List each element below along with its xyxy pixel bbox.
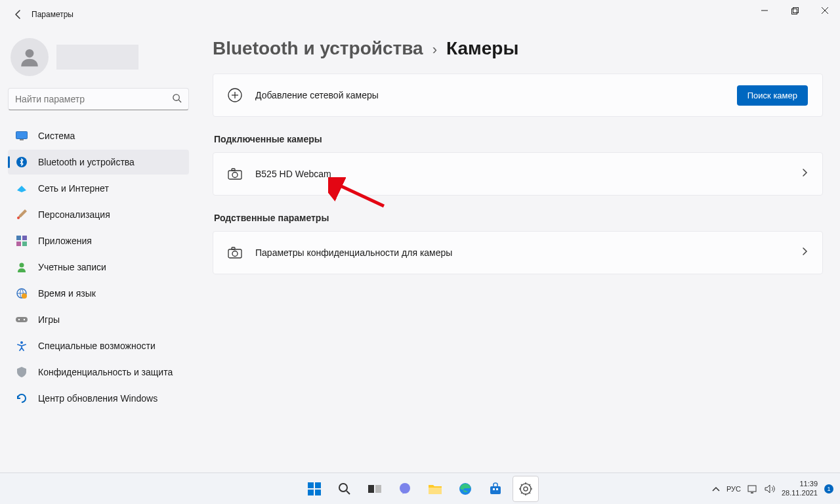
bluetooth-icon xyxy=(16,156,28,168)
sidebar-item-label: Конфиденциальность и защита xyxy=(38,367,173,377)
camera-icon xyxy=(228,167,242,181)
svg-rect-8 xyxy=(16,132,28,139)
sidebar-item-apps[interactable]: Приложения xyxy=(8,228,189,253)
edge-icon xyxy=(459,482,472,495)
related-settings-heading: Родственные параметры xyxy=(214,213,823,223)
shield-icon xyxy=(16,366,28,378)
camera-name: B525 HD Webcam xyxy=(255,169,801,179)
sidebar: Система Bluetooth и устройства Сеть и Ин… xyxy=(0,29,197,412)
titlebar: Параметры xyxy=(0,0,840,29)
taskbar-chat[interactable] xyxy=(392,476,418,502)
accessibility-icon xyxy=(16,340,28,352)
taskbar-search[interactable] xyxy=(331,476,358,502)
taskbar: РУС 11:39 28.11.2021 1 xyxy=(0,472,840,504)
taskbar-settings[interactable] xyxy=(513,476,539,502)
svg-line-7 xyxy=(178,100,181,102)
find-cameras-button[interactable]: Поиск камер xyxy=(737,85,808,106)
tray-clock[interactable]: 11:39 28.11.2021 xyxy=(782,480,818,497)
svg-point-37 xyxy=(339,484,347,492)
svg-rect-19 xyxy=(16,317,28,322)
camera-item[interactable]: B525 HD Webcam xyxy=(213,152,823,196)
search-icon xyxy=(338,482,351,495)
svg-point-48 xyxy=(524,487,528,491)
sidebar-item-network[interactable]: Сеть и Интернет xyxy=(8,176,189,201)
svg-rect-46 xyxy=(496,488,498,490)
svg-rect-57 xyxy=(748,486,756,492)
svg-rect-1 xyxy=(791,9,797,14)
svg-point-6 xyxy=(173,94,179,100)
window-title: Параметры xyxy=(32,10,74,19)
taskbar-store[interactable] xyxy=(482,476,509,502)
back-button[interactable] xyxy=(5,4,32,25)
svg-rect-14 xyxy=(16,242,21,246)
plus-circle-icon xyxy=(228,88,242,102)
svg-line-38 xyxy=(346,491,350,494)
windows-icon xyxy=(307,482,322,496)
chevron-right-icon xyxy=(801,168,808,180)
sidebar-item-accessibility[interactable]: Специальные возможности xyxy=(8,333,189,358)
display-icon xyxy=(16,130,28,142)
arrow-left-icon xyxy=(13,9,24,20)
tray-date: 28.11.2021 xyxy=(782,489,818,497)
taskbar-taskview[interactable] xyxy=(362,476,388,502)
tray-chevron-up-icon[interactable] xyxy=(712,486,720,492)
search-input[interactable] xyxy=(15,94,172,104)
sidebar-item-privacy[interactable]: Конфиденциальность и защита xyxy=(8,360,189,385)
svg-rect-42 xyxy=(429,488,442,494)
gear-icon xyxy=(519,482,532,495)
svg-point-5 xyxy=(26,49,34,58)
svg-rect-44 xyxy=(490,486,501,494)
person-icon xyxy=(18,46,41,68)
sidebar-item-system[interactable]: Система xyxy=(8,123,189,148)
start-button[interactable] xyxy=(301,476,327,502)
sidebar-item-label: Bluetooth и устройства xyxy=(38,157,135,167)
avatar xyxy=(10,38,49,76)
svg-rect-35 xyxy=(308,490,314,495)
maximize-button[interactable] xyxy=(780,0,810,21)
svg-rect-34 xyxy=(315,482,321,488)
add-network-camera-card: Добавление сетевой камеры Поиск камер xyxy=(213,74,823,117)
page-title: Камеры xyxy=(446,38,518,59)
sidebar-item-label: Время и язык xyxy=(38,288,96,299)
sidebar-item-bluetooth[interactable]: Bluetooth и устройства xyxy=(8,150,189,175)
sidebar-item-windows-update[interactable]: Центр обновления Windows xyxy=(8,386,189,411)
svg-rect-45 xyxy=(493,488,495,490)
sidebar-item-label: Сеть и Интернет xyxy=(38,183,109,194)
user-block[interactable] xyxy=(10,38,186,76)
volume-icon[interactable] xyxy=(765,484,775,494)
sidebar-item-gaming[interactable]: Игры xyxy=(8,307,189,332)
breadcrumb-parent[interactable]: Bluetooth и устройства xyxy=(213,38,423,59)
sidebar-item-accounts[interactable]: Учетные записи xyxy=(8,255,189,280)
svg-rect-9 xyxy=(20,139,24,140)
network-icon[interactable] xyxy=(747,484,758,494)
privacy-settings-item[interactable]: Параметры конфиденциальности для камеры xyxy=(213,231,823,274)
close-icon xyxy=(822,7,828,14)
taskbar-edge[interactable] xyxy=(452,476,478,502)
store-icon xyxy=(489,482,502,495)
notification-badge[interactable]: 1 xyxy=(824,484,833,494)
minimize-button[interactable] xyxy=(749,0,780,21)
folder-icon xyxy=(428,483,442,495)
related-setting-label: Параметры конфиденциальности для камеры xyxy=(255,247,801,258)
sidebar-item-label: Игры xyxy=(38,314,60,325)
chat-icon xyxy=(398,482,411,495)
svg-point-11 xyxy=(17,217,20,219)
sidebar-item-time-language[interactable]: Время и язык xyxy=(8,281,189,306)
taskbar-explorer[interactable] xyxy=(422,476,448,502)
camera-icon xyxy=(228,245,242,260)
svg-point-27 xyxy=(232,173,238,178)
svg-rect-31 xyxy=(232,247,235,249)
apps-icon xyxy=(16,235,28,247)
tray-language[interactable]: РУС xyxy=(726,485,741,493)
sidebar-item-label: Приложения xyxy=(38,236,92,246)
gamepad-icon xyxy=(16,314,28,326)
sidebar-item-personalization[interactable]: Персонализация xyxy=(8,202,189,227)
window-controls xyxy=(749,0,840,21)
svg-point-22 xyxy=(20,341,23,344)
close-button[interactable] xyxy=(810,0,840,21)
add-camera-label: Добавление сетевой камеры xyxy=(255,90,737,100)
search-box[interactable] xyxy=(8,88,189,110)
svg-rect-39 xyxy=(368,485,374,493)
svg-rect-12 xyxy=(16,236,21,240)
svg-rect-40 xyxy=(375,485,381,493)
